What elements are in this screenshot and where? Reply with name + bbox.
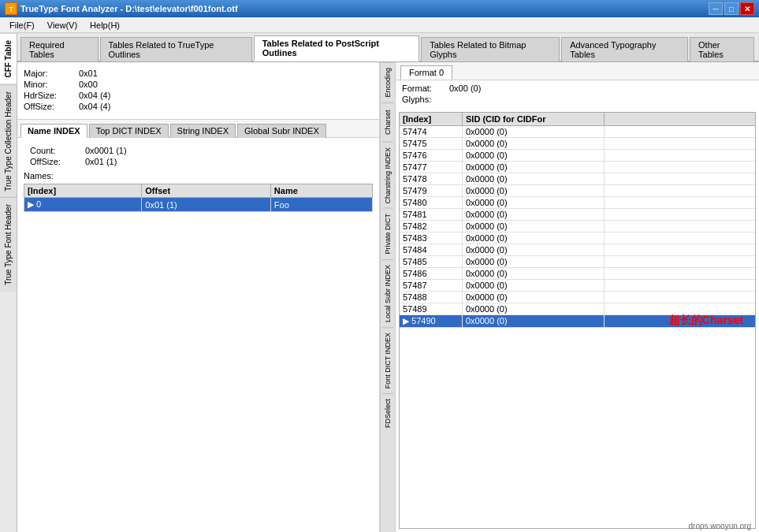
- title-icon: T: [5, 2, 17, 15]
- watermark: drops.wooyun.org: [689, 522, 752, 530]
- charset-row-sid: 0x0000 (0): [463, 233, 605, 244]
- charset-row-sid: 0x0000 (0): [463, 292, 605, 303]
- major-value: 0x01: [79, 69, 98, 78]
- charset-row-arrow: 57486: [400, 268, 463, 279]
- charset-row[interactable]: 57483 0x0000 (0): [400, 233, 755, 244]
- menu-view[interactable]: View(V): [41, 19, 84, 32]
- charset-row[interactable]: 57481 0x0000 (0): [400, 209, 755, 221]
- col-header-offset: Offset: [142, 184, 271, 198]
- charset-row[interactable]: 57479 0x0000 (0): [400, 185, 755, 197]
- vmid-tab-local-subr-index[interactable]: Local Subr INDEX: [382, 259, 393, 327]
- hdrsize-value: 0x04 (4): [79, 91, 110, 100]
- left-panel: Major: 0x01 Minor: 0x00 HdrSize: 0x04 (4…: [17, 62, 380, 532]
- format0-tab-area: Format 0: [396, 62, 759, 80]
- charset-row[interactable]: 57478 0x0000 (0): [400, 173, 755, 185]
- charset-row-arrow: 57483: [400, 233, 463, 244]
- format-value: 0x00 (0): [449, 84, 481, 93]
- charset-row-arrow: ▶ 57490: [400, 315, 463, 327]
- vmid-tab-font-dict-index[interactable]: Font DICT INDEX: [382, 327, 393, 393]
- charset-row[interactable]: 57482 0x0000 (0): [400, 221, 755, 233]
- tab-required-tables[interactable]: Required Tables: [20, 37, 99, 61]
- titlebar: T TrueType Font Analyzer - D:\test\eleva…: [0, 0, 759, 17]
- charset-row[interactable]: 57487 0x0000 (0): [400, 280, 755, 292]
- charset-list[interactable]: 57474 0x0000 (0) 57475 0x0000 (0) 57476 …: [399, 125, 756, 529]
- vmid-tab-encoding[interactable]: Encoding: [382, 62, 393, 102]
- charset-row[interactable]: 57488 0x0000 (0): [400, 292, 755, 303]
- charset-row-arrow: 57477: [400, 162, 463, 173]
- charset-row-arrow: 57479: [400, 185, 463, 196]
- tab-truetype-outlines[interactable]: Tables Related to TrueType Outlines: [100, 37, 252, 61]
- glyphs-label: Glyphs:: [402, 95, 449, 104]
- col-header-index: [Index]: [24, 184, 142, 198]
- vmid-tab-charstring-index[interactable]: Charstring INDEX: [382, 142, 393, 209]
- count-label: Count:: [30, 146, 85, 155]
- charset-row-arrow: 57478: [400, 173, 463, 184]
- vmid-tab-fdselect[interactable]: FDSelect: [382, 393, 393, 433]
- minor-label: Minor:: [24, 80, 79, 89]
- encoding-tab-format0[interactable]: Format 0: [400, 65, 452, 80]
- sidebar-tab-ttf[interactable]: True Type Font Header: [0, 197, 17, 292]
- charset-row-sid: 0x0000 (0): [463, 185, 605, 196]
- charset-row-sid: 0x0000 (0): [463, 315, 605, 327]
- minimize-button[interactable]: ─: [709, 2, 723, 15]
- minor-value: 0x00: [79, 80, 98, 89]
- charset-row-arrow: 57485: [400, 256, 463, 267]
- names-table: [Index] Offset Name ▶ 0 0x01 (1) Foo: [24, 184, 373, 212]
- tab-postscript-outlines[interactable]: Tables Related to PostScript Outlines: [254, 35, 420, 61]
- charset-row-arrow: 57476: [400, 150, 463, 161]
- panels-area: Major: 0x01 Minor: 0x00 HdrSize: 0x04 (4…: [17, 62, 759, 532]
- sidebar-tab-ttc[interactable]: True Type Collection Header: [0, 84, 17, 198]
- charset-row-sid: 0x0000 (0): [463, 173, 605, 184]
- charset-row[interactable]: ▶ 57490 0x0000 (0): [400, 315, 755, 328]
- charset-row[interactable]: 57475 0x0000 (0): [400, 138, 755, 150]
- menu-help[interactable]: Help(H): [84, 19, 126, 32]
- charset-row[interactable]: 57474 0x0000 (0): [400, 126, 755, 138]
- subtab-top-dict[interactable]: Top DICT INDEX: [89, 124, 169, 138]
- charset-row-arrow: 57481: [400, 209, 463, 220]
- menu-file[interactable]: File(F): [3, 19, 41, 32]
- tab-advanced-typography[interactable]: Advanced Typography Tables: [561, 37, 688, 61]
- charset-wrapper: [Index] SID (CID for CIDFor 57474 0x0000…: [396, 109, 759, 532]
- close-button[interactable]: ✕: [740, 2, 754, 15]
- subtab-global-subr[interactable]: Global Subr INDEX: [237, 124, 326, 138]
- vmid-tab-private-dict[interactable]: Private DICT: [382, 208, 393, 259]
- charset-row[interactable]: 57484 0x0000 (0): [400, 244, 755, 256]
- charset-row-sid: 0x0000 (0): [463, 268, 605, 279]
- charset-row-sid: 0x0000 (0): [463, 221, 605, 232]
- charset-row-arrow: 57489: [400, 303, 463, 314]
- subtab-string-index[interactable]: String INDEX: [170, 124, 236, 138]
- charset-row-sid: 0x0000 (0): [463, 150, 605, 161]
- charset-row[interactable]: 57477 0x0000 (0): [400, 162, 755, 173]
- charset-row[interactable]: 57486 0x0000 (0): [400, 268, 755, 280]
- charset-table-header: [Index] SID (CID for CIDFor: [399, 112, 756, 125]
- charset-row-sid: 0x0000 (0): [463, 209, 605, 220]
- row-arrow: ▶ 0: [24, 198, 142, 212]
- format-label: Format:: [402, 84, 449, 93]
- content-area: Required Tables Tables Related to TrueTy…: [17, 33, 759, 532]
- charset-row-sid: 0x0000 (0): [463, 303, 605, 314]
- charset-row[interactable]: 57489 0x0000 (0): [400, 303, 755, 315]
- charset-row[interactable]: 57480 0x0000 (0): [400, 197, 755, 209]
- title-text: TrueType Font Analyzer - D:\test\elevato…: [20, 4, 709, 13]
- ni-offsize-value: 0x01 (1): [85, 157, 117, 166]
- count-value: 0x0001 (1): [85, 146, 127, 155]
- row-name: Foo: [270, 198, 372, 212]
- main-container: CFF Table True Type Collection Header Tr…: [0, 33, 759, 532]
- names-label: Names:: [24, 171, 373, 180]
- tab-other-tables[interactable]: Other Tables: [690, 37, 754, 61]
- charset-row[interactable]: 57476 0x0000 (0): [400, 150, 755, 162]
- table-row[interactable]: ▶ 0 0x01 (1) Foo: [24, 198, 373, 212]
- sidebar-tab-cff[interactable]: CFF Table: [0, 33, 17, 84]
- subtab-name-index[interactable]: Name INDEX: [20, 124, 87, 138]
- format-info: Format: 0x00 (0) Glyphs:: [396, 80, 759, 109]
- offsize-label: OffSize:: [24, 102, 79, 111]
- info-section: Major: 0x01 Minor: 0x00 HdrSize: 0x04 (4…: [17, 62, 379, 120]
- charset-row-arrow: 57474: [400, 126, 463, 137]
- vmid-tab-charset[interactable]: Charset: [382, 102, 393, 142]
- maximize-button[interactable]: □: [724, 2, 739, 15]
- left-sidebar: CFF Table True Type Collection Header Tr…: [0, 33, 17, 532]
- charset-row-sid: 0x0000 (0): [463, 138, 605, 149]
- tab-bitmap-glyphs[interactable]: Tables Related to Bitmap Glyphs: [421, 37, 560, 61]
- charset-row-sid: 0x0000 (0): [463, 197, 605, 208]
- charset-row[interactable]: 57485 0x0000 (0): [400, 256, 755, 268]
